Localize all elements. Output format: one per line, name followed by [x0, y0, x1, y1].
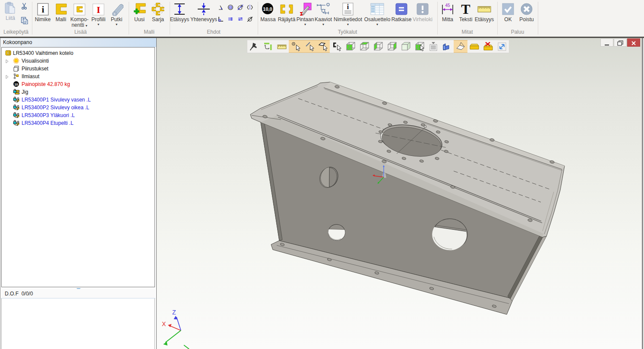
svg-text:I: I	[97, 4, 101, 15]
svg-text:i: i	[41, 4, 44, 15]
svg-text:10,0: 10,0	[263, 6, 272, 12]
svg-text:Z: Z	[172, 309, 176, 316]
svg-text:10: 10	[14, 82, 18, 86]
svg-text:X: X	[162, 320, 166, 327]
svg-text:45: 45	[445, 3, 450, 8]
svg-text:i: i	[347, 3, 349, 10]
svg-text:T: T	[461, 2, 470, 16]
